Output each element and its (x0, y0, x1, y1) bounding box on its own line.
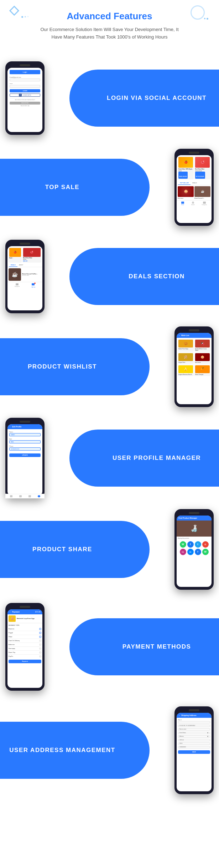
nav-home[interactable]: Home (181, 202, 184, 205)
payment-header: ← Payment $73.88 (7, 609, 42, 614)
profile-update-btn[interactable]: UPDATE (9, 453, 41, 457)
feature-address-label: USER ADDRESS MANAGEMENT (0, 747, 125, 754)
page-title: Advanced Features (14, 11, 205, 22)
pay-razor[interactable]: Razor Pay (9, 651, 41, 655)
payment-phone: ← Payment $73.88 🥚 Marketside Large Brow… (5, 603, 45, 691)
forgot-password-link[interactable]: I'M FORGOTTEN MY PASSWORD? (10, 99, 40, 101)
feature-deals-label: DEALS SECTION (94, 273, 219, 280)
deals-phone: 🍎 Appl... 🥩 Beef Stew Meat $34.00 $30.00 (5, 240, 45, 313)
wishlist-item-ginger[interactable]: 🫚 Ginger Root (178, 352, 194, 364)
wishlist-item-onion[interactable]: 🧅 Red onion (194, 352, 210, 364)
wishlist-item-kitkat[interactable]: 🍫 Kit Kat Whole Cocoa Wafer (194, 339, 210, 352)
pay-authorize[interactable]: Authorize (9, 643, 41, 647)
share-header: Find Product Manager (177, 516, 212, 521)
page-subtitle: Our Ecommerce Solution Item Will Save Yo… (38, 26, 181, 41)
wishlist-header: ← Wish List (177, 333, 212, 338)
feature-login-label: LOGIN VIA SOCIAL ACCOUNT (94, 95, 219, 102)
share-messenger[interactable]: m (187, 549, 194, 555)
share-facebook[interactable]: f (187, 541, 194, 548)
address-phone: ← Shipping Address Start 1 91 #158 DE, T… (174, 706, 214, 794)
feature-deals-section: 🍎 Appl... 🥩 Beef Stew Meat $34.00 $30.00 (0, 237, 219, 316)
feature-wishlist-label: PRODUCT WISHLIST (0, 363, 125, 370)
register-via: REGISTER VIA (10, 105, 40, 107)
wishlist-phone: ← Wish List 🥨 Salted Thin Chips (174, 326, 214, 407)
nav-search[interactable]: Search (191, 202, 195, 205)
feature-profile-section: ← Edit Profile Name NAME Mail (0, 418, 219, 498)
login-phone: Login Email@gmail.com •••••• LOGIN f LOG… (5, 61, 45, 135)
feature-wishlist-section: PRODUCT WISHLIST ← Wish List 🥨 Sal (0, 326, 219, 407)
feature-address-section: USER ADDRESS MANAGEMENT ← Shipping Addre… (0, 704, 219, 797)
feature-payment-label: PAYMENT METHODS (94, 643, 219, 650)
address-header: ← Shipping Address (177, 713, 212, 718)
deco-dots-right (204, 18, 208, 20)
login-fb-btn[interactable]: f LOGIN WITH (10, 93, 40, 97)
nav-categories[interactable]: Categories (202, 202, 207, 205)
address-save-btn[interactable]: SAVE (178, 750, 210, 754)
wishlist-item-chips[interactable]: 🥨 Salted Thin Chips (178, 339, 194, 352)
most-tab[interactable]: MOST (17, 263, 25, 267)
pay-paypal[interactable]: Paypal (9, 631, 41, 635)
feature-topsale-label: TOP SALE (0, 184, 125, 191)
wishlist-item-oranges[interactable]: 🍊 Navel Oranges (194, 365, 210, 376)
deals-nav-categories[interactable]: Categories (15, 283, 20, 288)
profile-phone: ← Edit Profile Name NAME Mail (5, 418, 45, 498)
feature-share-section: PRODUCT SHARE Find Product Manager 🍶 Sha… (0, 509, 219, 590)
page-header: Advanced Features Our Ecommerce Solution… (0, 0, 219, 48)
share-twitter[interactable]: t (195, 541, 201, 548)
pay-hummpay[interactable]: Hummpay (9, 647, 41, 651)
pay-paytm[interactable]: PayTm (9, 655, 41, 658)
feature-payment-section: ← Payment $73.88 🥚 Marketside Large Brow… (0, 600, 219, 693)
pay-cod[interactable]: Cash On Delivery (9, 639, 41, 643)
tab-top-seller[interactable]: TOP SELLER (178, 181, 191, 185)
share-whatsapp[interactable]: W (180, 541, 186, 548)
email-label: Email@gmail.com (10, 76, 40, 78)
share-phone: Find Product Manager 🍶 Sharing this prod… (174, 509, 214, 590)
deco-dots-left (21, 16, 28, 18)
topsale-phone: 🍎 Great Value 100% Appl... $34.00 $64.65… (174, 149, 214, 226)
pay-braintree[interactable]: Braintree (9, 627, 41, 631)
tab-deals[interactable]: DEALS (191, 181, 199, 185)
deals-tab[interactable]: DEALS (9, 263, 17, 267)
share-whatsapp2[interactable]: W (202, 549, 209, 555)
share-product-img: 🍶 (177, 521, 212, 537)
share-gmail[interactable]: G (202, 541, 209, 548)
login-btn[interactable]: LOGIN (10, 89, 40, 92)
feature-share-label: PRODUCT SHARE (0, 546, 125, 553)
deals-nav-cart[interactable]: 1 My Cart (32, 283, 36, 288)
pay-stripe[interactable]: Stripe (9, 635, 41, 639)
feature-profile-label: USER PROFILE MANAGER (94, 455, 219, 462)
payment-submit-btn[interactable]: Payment (9, 660, 41, 663)
deco-circle-top (191, 5, 205, 20)
feature-topsale-section: TOP SALE 🍎 Great Value 100% Appl... $34.… (0, 148, 219, 227)
password-label: •••••• (10, 83, 40, 85)
wishlist-item-bananas[interactable]: 🍌 Organic Bananas Bunch (178, 365, 194, 376)
register-btn[interactable]: REGISTER (10, 102, 40, 105)
share-instagram[interactable]: in (180, 549, 186, 555)
feature-login-section: Login Email@gmail.com •••••• LOGIN f LOG… (0, 59, 219, 137)
profile-header: ← Edit Profile (7, 424, 42, 429)
login-header-bar: Login (10, 70, 40, 74)
share-facebook2[interactable]: f (195, 549, 201, 555)
